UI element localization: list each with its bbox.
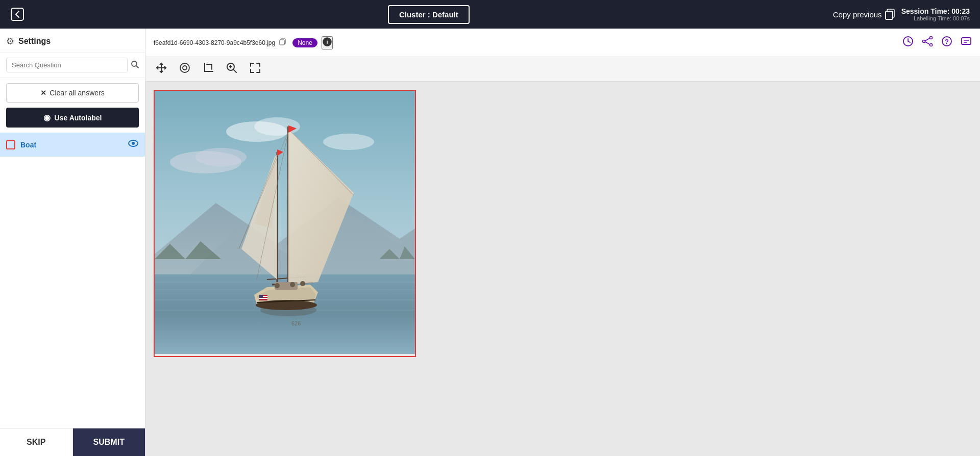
none-badge: None: [292, 38, 317, 47]
search-icon: [131, 60, 139, 68]
messages-button[interactable]: [961, 36, 972, 49]
session-info: Session Time: 00:23 Labelling Time: 00:0…: [901, 7, 970, 21]
svg-rect-69: [259, 298, 267, 299]
svg-point-25: [183, 66, 187, 70]
sidebar: ⚙ Settings ✕ Clear all answers ◉ Use Aut…: [0, 29, 145, 456]
settings-tool-icon: [179, 62, 190, 73]
svg-rect-70: [259, 295, 263, 298]
crop-tool-button[interactable]: [203, 62, 214, 76]
file-toolbar: f6eafd1d-6690-4303-8270-9a9c4b5f3e60.jpg…: [145, 29, 980, 57]
svg-rect-2: [886, 11, 893, 19]
image-toolbar: [145, 57, 980, 82]
x-icon: ✕: [40, 89, 46, 97]
label-item-boat[interactable]: Boat: [0, 133, 145, 157]
search-input[interactable]: [6, 58, 128, 72]
label-color-box: [6, 140, 15, 149]
top-navbar: Cluster : Default Copy previous Session …: [0, 0, 980, 29]
svg-line-5: [136, 66, 138, 68]
settings-label: Settings: [18, 37, 51, 46]
copy-previous-label: Copy previous: [833, 10, 882, 19]
svg-line-28: [233, 69, 236, 72]
main-layout: ⚙ Settings ✕ Clear all answers ◉ Use Aut…: [0, 29, 980, 456]
autolabel-icon: ◉: [43, 113, 51, 122]
svg-point-64: [275, 283, 280, 288]
svg-point-36: [195, 148, 247, 166]
copy-previous-button[interactable]: Copy previous: [833, 9, 896, 20]
zoom-tool-button[interactable]: [226, 62, 237, 76]
back-button[interactable]: [10, 7, 24, 21]
skip-button[interactable]: SKIP: [0, 428, 73, 456]
svg-rect-20: [962, 38, 971, 44]
copy-file-icon: [279, 38, 286, 45]
visibility-icon: [128, 138, 139, 149]
svg-point-13: [930, 37, 933, 39]
messages-icon: [961, 36, 972, 47]
svg-point-15: [930, 44, 933, 46]
help-button[interactable]: ?: [941, 36, 952, 49]
sidebar-footer: SKIP SUBMIT: [0, 428, 145, 456]
svg-rect-9: [280, 40, 284, 45]
eye-icon[interactable]: [128, 138, 139, 151]
content-area: f6eafd1d-6690-4303-8270-9a9c4b5f3e60.jpg…: [145, 29, 980, 456]
sidebar-header: ⚙ Settings: [0, 29, 145, 53]
session-time: Session Time: 00:23: [901, 7, 970, 15]
navbar-center: Cluster : Default: [388, 5, 470, 24]
svg-point-66: [300, 281, 305, 286]
submit-button[interactable]: SUBMIT: [73, 428, 145, 456]
svg-line-16: [925, 38, 930, 41]
move-icon: [156, 62, 167, 73]
fullscreen-icon: [250, 62, 261, 73]
sailboat-image: 626: [155, 91, 415, 354]
file-name: f6eafd1d-6690-4303-8270-9a9c4b5f3e60.jpg: [154, 39, 275, 46]
svg-text:i: i: [326, 39, 328, 45]
label-list: Boat: [0, 133, 145, 428]
autolabel-button[interactable]: ◉ Use Autolabel: [6, 108, 139, 128]
svg-text:?: ?: [945, 38, 949, 45]
cluster-button[interactable]: Cluster : Default: [388, 5, 470, 24]
info-icon: i: [323, 37, 332, 46]
image-container: 626: [154, 90, 416, 357]
svg-line-17: [925, 42, 930, 44]
zoom-icon: [226, 62, 237, 73]
toolbar-right: ?: [902, 36, 972, 49]
autolabel-label: Use Autolabel: [55, 114, 102, 122]
clear-all-label: Clear all answers: [50, 89, 104, 97]
search-area: [0, 53, 145, 78]
clear-all-button[interactable]: ✕ Clear all answers: [6, 83, 139, 103]
canvas-area[interactable]: 626: [145, 82, 980, 456]
svg-point-26: [180, 63, 189, 72]
navbar-left: [10, 7, 24, 21]
fullscreen-tool-button[interactable]: [250, 62, 261, 76]
label-text-boat: Boat: [20, 141, 122, 149]
svg-rect-0: [11, 8, 23, 20]
back-icon: [10, 7, 24, 21]
settings-icon: ⚙: [6, 36, 14, 47]
navbar-right: Copy previous Session Time: 00:23 Labell…: [833, 7, 970, 21]
share-button[interactable]: [922, 36, 933, 49]
settings-tool-button[interactable]: [179, 62, 190, 76]
help-icon: ?: [941, 36, 952, 47]
search-button[interactable]: [131, 60, 139, 70]
svg-point-7: [132, 142, 135, 145]
copy-filename-button[interactable]: [279, 38, 286, 47]
svg-point-65: [290, 282, 295, 287]
labelling-time: Labelling Time: 00:07s: [901, 15, 970, 21]
crop-icon: [203, 62, 214, 73]
info-button[interactable]: i: [322, 36, 333, 49]
svg-text:626: 626: [291, 320, 301, 326]
svg-point-14: [923, 40, 925, 43]
svg-point-33: [254, 117, 300, 136]
move-tool-button[interactable]: [156, 62, 167, 76]
copy-icon: [885, 9, 896, 20]
history-button[interactable]: [902, 36, 914, 49]
share-icon: [922, 36, 933, 47]
history-icon: [902, 36, 914, 47]
svg-point-34: [323, 134, 374, 150]
